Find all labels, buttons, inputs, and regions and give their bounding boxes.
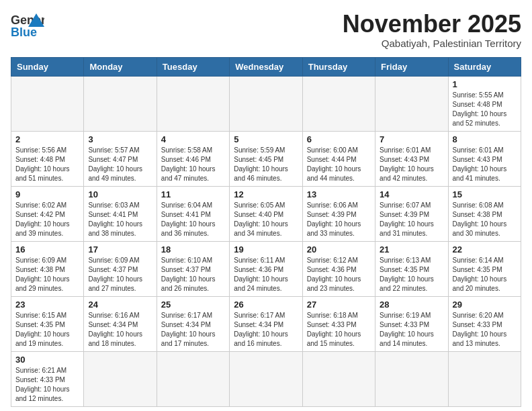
day-number: 29 [453, 300, 517, 310]
calendar-day: 7Sunrise: 6:01 AM Sunset: 4:43 PM Daylig… [375, 131, 448, 186]
calendar-day: 25Sunrise: 6:17 AM Sunset: 4:34 PM Dayli… [157, 296, 229, 351]
calendar-week-row: 2Sunrise: 5:56 AM Sunset: 4:48 PM Daylig… [11, 131, 521, 186]
weekday-header: Wednesday [230, 57, 302, 76]
day-info: Sunrise: 6:21 AM Sunset: 4:33 PM Dayligh… [15, 366, 79, 404]
calendar-day [11, 76, 84, 131]
day-info: Sunrise: 6:10 AM Sunset: 4:37 PM Dayligh… [161, 256, 225, 293]
calendar-day: 2Sunrise: 5:56 AM Sunset: 4:48 PM Daylig… [11, 131, 84, 186]
weekday-header-row: SundayMondayTuesdayWednesdayThursdayFrid… [11, 57, 521, 76]
day-info: Sunrise: 6:19 AM Sunset: 4:33 PM Dayligh… [380, 311, 443, 349]
calendar-day: 19Sunrise: 6:11 AM Sunset: 4:36 PM Dayli… [230, 241, 302, 296]
calendar-day: 5Sunrise: 5:59 AM Sunset: 4:45 PM Daylig… [230, 131, 302, 186]
weekday-header: Sunday [11, 57, 84, 76]
day-number: 22 [453, 244, 517, 255]
day-info: Sunrise: 5:59 AM Sunset: 4:45 PM Dayligh… [234, 146, 298, 183]
day-number: 20 [307, 244, 371, 255]
weekday-header: Monday [84, 57, 157, 76]
calendar-day: 16Sunrise: 6:09 AM Sunset: 4:38 PM Dayli… [11, 241, 84, 296]
day-number: 26 [234, 300, 298, 310]
day-info: Sunrise: 6:02 AM Sunset: 4:42 PM Dayligh… [15, 201, 79, 238]
day-info: Sunrise: 6:09 AM Sunset: 4:37 PM Dayligh… [88, 256, 152, 293]
day-number: 24 [88, 300, 152, 310]
day-number: 2 [15, 134, 79, 144]
calendar-day: 17Sunrise: 6:09 AM Sunset: 4:37 PM Dayli… [84, 241, 157, 296]
calendar-week-row: 16Sunrise: 6:09 AM Sunset: 4:38 PM Dayli… [11, 241, 521, 296]
calendar-day: 6Sunrise: 6:00 AM Sunset: 4:44 PM Daylig… [302, 131, 375, 186]
calendar-week-row: 30Sunrise: 6:21 AM Sunset: 4:33 PM Dayli… [11, 351, 521, 406]
day-info: Sunrise: 6:11 AM Sunset: 4:36 PM Dayligh… [234, 256, 298, 293]
day-info: Sunrise: 6:00 AM Sunset: 4:44 PM Dayligh… [307, 146, 371, 183]
day-number: 6 [307, 134, 371, 144]
day-info: Sunrise: 6:01 AM Sunset: 4:43 PM Dayligh… [380, 146, 443, 183]
logo: General Blue [11, 11, 44, 40]
calendar-day: 18Sunrise: 6:10 AM Sunset: 4:37 PM Dayli… [157, 241, 229, 296]
day-number: 13 [307, 189, 371, 199]
day-info: Sunrise: 6:04 AM Sunset: 4:41 PM Dayligh… [161, 201, 225, 238]
day-number: 30 [15, 355, 79, 365]
calendar-day: 4Sunrise: 5:58 AM Sunset: 4:46 PM Daylig… [157, 131, 229, 186]
calendar-day: 29Sunrise: 6:20 AM Sunset: 4:33 PM Dayli… [448, 296, 521, 351]
calendar-day: 13Sunrise: 6:06 AM Sunset: 4:39 PM Dayli… [302, 186, 375, 241]
calendar-day [230, 351, 302, 406]
calendar-day [230, 76, 302, 131]
calendar-day: 15Sunrise: 6:08 AM Sunset: 4:38 PM Dayli… [448, 186, 521, 241]
day-number: 25 [161, 300, 225, 310]
weekday-header: Friday [375, 57, 448, 76]
calendar-day [375, 76, 448, 131]
calendar-day: 22Sunrise: 6:14 AM Sunset: 4:35 PM Dayli… [448, 241, 521, 296]
calendar-day: 27Sunrise: 6:18 AM Sunset: 4:33 PM Dayli… [302, 296, 375, 351]
calendar-week-row: 9Sunrise: 6:02 AM Sunset: 4:42 PM Daylig… [11, 186, 521, 241]
day-number: 17 [88, 244, 152, 255]
day-info: Sunrise: 6:13 AM Sunset: 4:35 PM Dayligh… [380, 256, 443, 293]
day-number: 12 [234, 189, 298, 199]
day-info: Sunrise: 6:17 AM Sunset: 4:34 PM Dayligh… [234, 311, 298, 349]
day-number: 15 [453, 189, 517, 199]
calendar-day: 12Sunrise: 6:05 AM Sunset: 4:40 PM Dayli… [230, 186, 302, 241]
day-number: 16 [15, 244, 79, 255]
day-info: Sunrise: 5:58 AM Sunset: 4:46 PM Dayligh… [161, 146, 225, 183]
weekday-header: Saturday [448, 57, 521, 76]
calendar-day [302, 351, 375, 406]
day-number: 14 [380, 189, 443, 199]
day-number: 18 [161, 244, 225, 255]
calendar-day: 11Sunrise: 6:04 AM Sunset: 4:41 PM Dayli… [157, 186, 229, 241]
calendar-day: 23Sunrise: 6:15 AM Sunset: 4:35 PM Dayli… [11, 296, 84, 351]
calendar-day: 10Sunrise: 6:03 AM Sunset: 4:41 PM Dayli… [84, 186, 157, 241]
page-subtitle: Qabatiyah, Palestinian Territory [343, 38, 521, 49]
day-info: Sunrise: 6:07 AM Sunset: 4:39 PM Dayligh… [380, 201, 443, 238]
calendar-day: 20Sunrise: 6:12 AM Sunset: 4:36 PM Dayli… [302, 241, 375, 296]
calendar-day [157, 351, 229, 406]
day-info: Sunrise: 6:09 AM Sunset: 4:38 PM Dayligh… [15, 256, 79, 293]
calendar-day: 30Sunrise: 6:21 AM Sunset: 4:33 PM Dayli… [11, 351, 84, 406]
day-info: Sunrise: 6:20 AM Sunset: 4:33 PM Dayligh… [453, 311, 517, 349]
calendar-day: 8Sunrise: 6:01 AM Sunset: 4:43 PM Daylig… [448, 131, 521, 186]
day-info: Sunrise: 6:08 AM Sunset: 4:38 PM Dayligh… [453, 201, 517, 238]
calendar-day: 28Sunrise: 6:19 AM Sunset: 4:33 PM Dayli… [375, 296, 448, 351]
calendar-day [84, 351, 157, 406]
calendar-day [448, 351, 521, 406]
calendar-day: 14Sunrise: 6:07 AM Sunset: 4:39 PM Dayli… [375, 186, 448, 241]
svg-text:Blue: Blue [11, 26, 37, 39]
logo-icon: General Blue [11, 11, 44, 40]
header: General Blue November 2025 Qabatiyah, Pa… [11, 11, 521, 49]
calendar-day: 9Sunrise: 6:02 AM Sunset: 4:42 PM Daylig… [11, 186, 84, 241]
calendar-day: 24Sunrise: 6:16 AM Sunset: 4:34 PM Dayli… [84, 296, 157, 351]
day-info: Sunrise: 5:56 AM Sunset: 4:48 PM Dayligh… [15, 146, 79, 183]
weekday-header: Thursday [302, 57, 375, 76]
day-info: Sunrise: 6:14 AM Sunset: 4:35 PM Dayligh… [453, 256, 517, 293]
calendar-day [375, 351, 448, 406]
day-number: 28 [380, 300, 443, 310]
day-number: 8 [453, 134, 517, 144]
calendar-week-row: 23Sunrise: 6:15 AM Sunset: 4:35 PM Dayli… [11, 296, 521, 351]
title-area: November 2025 Qabatiyah, Palestinian Ter… [343, 11, 521, 49]
day-info: Sunrise: 6:15 AM Sunset: 4:35 PM Dayligh… [15, 311, 79, 349]
day-info: Sunrise: 6:01 AM Sunset: 4:43 PM Dayligh… [453, 146, 517, 183]
day-info: Sunrise: 6:12 AM Sunset: 4:36 PM Dayligh… [307, 256, 371, 293]
day-number: 1 [453, 79, 517, 89]
day-number: 19 [234, 244, 298, 255]
day-number: 7 [380, 134, 443, 144]
weekday-header: Tuesday [157, 57, 229, 76]
day-number: 9 [15, 189, 79, 199]
calendar-week-row: 1Sunrise: 5:55 AM Sunset: 4:48 PM Daylig… [11, 76, 521, 131]
page-title: November 2025 [343, 11, 521, 38]
